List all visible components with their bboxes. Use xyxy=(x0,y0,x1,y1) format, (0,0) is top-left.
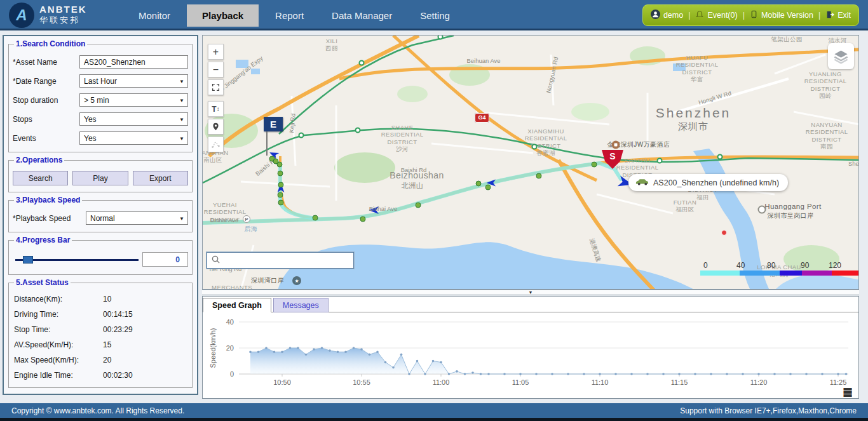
userbar-user-label: demo xyxy=(663,11,683,20)
field-row-stop-duration: Stop duration> 5 min▼ xyxy=(13,93,188,107)
playback-speed-value: Normal xyxy=(90,214,115,223)
chevron-down-icon: ▼ xyxy=(179,117,184,123)
legend-label: 90 xyxy=(801,261,809,270)
svg-text:20: 20 xyxy=(226,344,234,352)
route-end-marker[interactable]: E xyxy=(264,117,283,131)
progress-slider[interactable] xyxy=(15,254,139,265)
chevron-down-icon: ▼ xyxy=(179,79,184,84)
asset-status-row: AV.Speed(Km/H):15 xyxy=(14,340,188,349)
status-label: Stop Time: xyxy=(14,325,103,334)
progress-bar-section: 4.Progress Bar 0 xyxy=(8,236,193,275)
tab-speed-graph[interactable]: Speed Graph xyxy=(203,298,271,312)
transit-station xyxy=(717,154,723,160)
transit-station xyxy=(299,133,304,138)
map-search-box[interactable] xyxy=(207,252,354,269)
user-bar: demo|Event(0)|Mobile Version|Exit xyxy=(642,4,859,26)
nav-item-report[interactable]: Report xyxy=(264,6,315,25)
navbar: A ANBTEK 华联安邦 MonitorPlaybackReportData … xyxy=(0,0,868,30)
brand-name-cn: 华联安邦 xyxy=(39,15,87,25)
brand-text: ANBTEK 华联安邦 xyxy=(39,4,87,25)
legend-label: 0 xyxy=(703,261,708,270)
field-row-events: EventsYes▼ xyxy=(13,131,188,145)
asset-status-rows: Distance(Km):10Driving Time:00:14:15Stop… xyxy=(13,295,188,380)
direction-arrow xyxy=(369,206,379,214)
events-select[interactable]: Yes▼ xyxy=(79,131,188,145)
status-label: Driving Time: xyxy=(14,310,103,319)
pill-separator: | xyxy=(818,11,820,20)
userbar-event-label: Event(0) xyxy=(707,11,737,20)
operations-title: 2.Operations xyxy=(14,156,64,164)
text-size-button[interactable]: T↕ xyxy=(208,101,224,117)
svg-text:11:10: 11:10 xyxy=(592,378,609,386)
bottom-panel: Speed Graph Messages 0204010:5010:5511:0… xyxy=(202,296,859,399)
track-point xyxy=(360,217,366,222)
nav-item-setting[interactable]: Setting xyxy=(409,6,461,25)
zoom-in-button[interactable]: + xyxy=(208,44,224,60)
chevron-down-icon: ▼ xyxy=(179,98,184,104)
export-button[interactable]: Export xyxy=(133,171,188,185)
progress-slider-track[interactable] xyxy=(15,259,139,261)
legend-label: 40 xyxy=(736,261,745,270)
track-point xyxy=(278,192,283,198)
playback-speed-select[interactable]: Normal ▼ xyxy=(86,211,188,225)
userbar-event[interactable]: Event(0) xyxy=(695,10,737,21)
nav-item-monitor[interactable]: Monitor xyxy=(127,6,182,25)
search-button[interactable]: Search xyxy=(13,171,68,185)
footer: Copyright © www.anbtek.com. All Rights R… xyxy=(0,403,868,418)
svg-text:10:50: 10:50 xyxy=(273,378,291,386)
location-pin-button[interactable] xyxy=(208,119,224,135)
pill-separator: | xyxy=(743,11,745,20)
search-condition-section: 1.Search Condition *Asset NameAS200_Shen… xyxy=(8,39,193,152)
legend-label: 120 xyxy=(829,261,841,270)
progress-slider-handle[interactable] xyxy=(23,256,33,264)
date-range-select[interactable]: Last Hour▼ xyxy=(79,74,188,88)
svg-text:Speed(km/h): Speed(km/h) xyxy=(209,328,217,368)
svg-text:0: 0 xyxy=(230,370,234,378)
measure-route-button[interactable] xyxy=(208,137,224,152)
asset-status-row: Max Speed(Km/H):20 xyxy=(14,356,188,364)
main-menu: MonitorPlaybackReportData ManagerSetting xyxy=(127,0,461,30)
track-point xyxy=(278,182,284,188)
nav-item-data-manager[interactable]: Data Manager xyxy=(320,6,403,25)
field-row-stops: StopsYes▼ xyxy=(13,112,188,126)
tab-messages[interactable]: Messages xyxy=(273,298,329,312)
chart-menu-icon[interactable]: ▬▬▬ xyxy=(842,386,853,396)
bell-icon xyxy=(695,10,704,21)
asset-status-row: Driving Time:00:14:15 xyxy=(14,310,188,319)
zoom-out-button[interactable]: − xyxy=(208,62,224,77)
track-point xyxy=(476,181,482,187)
status-value: 15 xyxy=(103,340,111,349)
userbar-user[interactable]: demo xyxy=(651,10,683,21)
asset-status-section: 5.Asset Status Distance(Km):10Driving Ti… xyxy=(8,278,193,388)
collapse-panel-icon[interactable]: ▼ xyxy=(529,291,533,295)
fullscreen-button[interactable] xyxy=(208,79,224,95)
status-label: Distance(Km): xyxy=(14,295,103,304)
map-canvas[interactable]: XILI 西丽Beihuan AveHUAFU RESIDENTIAL DIST… xyxy=(202,35,859,290)
progress-bar-title: 4.Progress Bar xyxy=(14,236,72,244)
field-row-date-range: *Date RangeLast Hour▼ xyxy=(13,74,188,88)
search-condition-title: 1.Search Condition xyxy=(14,39,87,48)
userbar-mobile-version[interactable]: Mobile Version xyxy=(750,10,813,20)
stop-duration-label: Stop duration xyxy=(13,96,79,105)
stops-label: Stops xyxy=(13,115,79,124)
panel-splitter[interactable]: ▼ xyxy=(202,290,859,295)
speed-chart: 0204010:5010:5511:0011:0511:1011:1511:20… xyxy=(203,313,858,398)
track-point xyxy=(313,215,318,221)
play-button[interactable]: Play xyxy=(72,171,128,185)
asset-status-row: Stop Time:00:23:29 xyxy=(14,325,188,334)
map-layers-button[interactable] xyxy=(828,43,854,69)
footer-support: Support with Browser IE7+,Firefox,Maxtho… xyxy=(680,406,857,415)
status-value: 20 xyxy=(103,356,111,364)
transit-station xyxy=(355,128,361,133)
footer-copyright: Copyright © www.anbtek.com. All Rights R… xyxy=(11,406,184,415)
layers-icon xyxy=(832,48,850,65)
userbar-exit[interactable]: Exit xyxy=(825,10,851,21)
nav-item-playback[interactable]: Playback xyxy=(187,4,259,27)
progress-value-box[interactable]: 0 xyxy=(142,252,188,267)
status-value: 10 xyxy=(103,295,111,304)
asset-name-input[interactable]: AS200_Shenzhen xyxy=(79,55,188,69)
stop-duration-select[interactable]: > 5 min▼ xyxy=(79,93,188,107)
stops-select[interactable]: Yes▼ xyxy=(79,112,188,126)
red-poi-marker xyxy=(721,230,727,236)
search-fields: *Asset NameAS200_Shenzhen*Date RangeLast… xyxy=(13,55,188,145)
